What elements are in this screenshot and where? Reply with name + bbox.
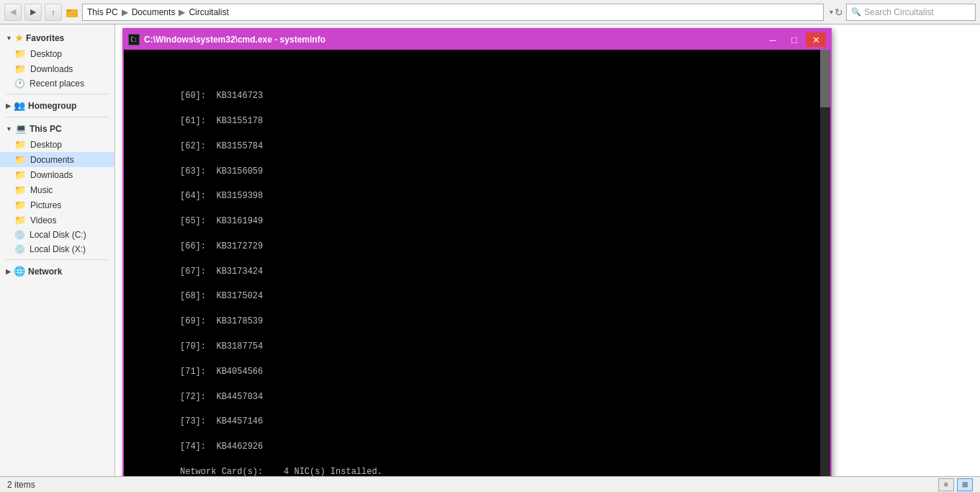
chevron-icon: ▶	[6, 268, 11, 275]
path-thispc[interactable]: This PC	[87, 7, 118, 17]
sidebar-thispc-header[interactable]: ▼ 💻 This PC	[0, 120, 114, 137]
sidebar: ▼ ★ Favorites 📁 Desktop 📁 Downloads 🕐 Re…	[0, 24, 115, 476]
sidebar-item-thispc-videos[interactable]: 📁 Videos	[0, 213, 114, 228]
sidebar-thispc-downloads-label: Downloads	[30, 170, 73, 180]
folder-icon: 📁	[14, 63, 26, 74]
sidebar-homegroup-header[interactable]: ▶ 👥 Homegroup	[0, 97, 114, 114]
up-button[interactable]: ↑	[45, 4, 62, 21]
sidebar-network-label: Network	[28, 267, 62, 277]
sidebar-recent-label: Recent places	[30, 79, 84, 89]
cmd-line-61: [61]: KB3155178	[180, 116, 263, 126]
cmd-output: [60]: KB3146723 [61]: KB3155178 [62]: KB…	[128, 78, 826, 476]
sidebar-item-localdiskc[interactable]: 💿 Local Disk (C:)	[0, 228, 114, 242]
cmd-app-icon: C:	[128, 34, 140, 45]
sidebar-item-localdiskx[interactable]: 💿 Local Disk (X:)	[0, 242, 114, 256]
cmd-line-62: [62]: KB3155784	[180, 141, 263, 151]
status-bar: 2 items ≡ ⊞	[0, 476, 980, 492]
folder-icon: 📁	[14, 169, 26, 180]
search-placeholder: Search Circuitalist	[864, 7, 934, 17]
cmd-line-65: [65]: KB3161949	[180, 216, 263, 226]
cmd-scrollbar-thumb[interactable]	[820, 50, 830, 107]
address-path[interactable]: This PC ▶ Documents ▶ Circuitalist	[82, 4, 824, 21]
sidebar-item-thispc-desktop[interactable]: 📁 Desktop	[0, 137, 114, 152]
cmd-line-63: [63]: KB3156059	[180, 166, 263, 176]
cmd-window[interactable]: C: C:\Windows\system32\cmd.exe - systemi…	[122, 28, 832, 476]
sidebar-localdiskc-label: Local Disk (C:)	[30, 230, 86, 240]
sidebar-item-thispc-pictures[interactable]: 📁 Pictures	[0, 197, 114, 213]
folder-icon	[65, 5, 79, 19]
search-box[interactable]: 🔍 Search Circuitalist	[846, 4, 976, 21]
sidebar-thispc-music-label: Music	[30, 185, 53, 195]
cmd-scrollbar[interactable]	[820, 50, 830, 476]
homegroup-icon: 👥	[14, 100, 25, 111]
cmd-maximize-button[interactable]: □	[784, 32, 804, 47]
sidebar-item-recent[interactable]: 🕐 Recent places	[0, 76, 114, 91]
cmd-minimize-button[interactable]: ─	[763, 32, 783, 47]
recent-icon: 🕐	[14, 79, 25, 89]
cmd-line-70: [70]: KB3187754	[180, 341, 263, 352]
sidebar-localdiskx-label: Local Disk (X:)	[30, 244, 86, 254]
address-bar: ◀ ▶ ↑ This PC ▶ Documents ▶ Circuitalist…	[0, 0, 980, 24]
status-items-count: 2 items	[7, 480, 35, 490]
sidebar-favorites-label: Favorites	[26, 33, 64, 43]
cmd-line-74: [74]: KB4462926	[180, 442, 263, 452]
folder-icon: 📁	[14, 200, 26, 210]
list-view-button[interactable]: ≡	[938, 478, 954, 491]
cmd-line-67: [67]: KB3173424	[180, 267, 263, 277]
sidebar-item-thispc-documents[interactable]: 📁 Documents	[0, 152, 114, 167]
refresh-button[interactable]: ↻	[835, 6, 843, 18]
sidebar-favorites-header[interactable]: ▼ ★ Favorites	[0, 30, 114, 46]
sidebar-thispc-videos-label: Videos	[30, 215, 56, 225]
content-area: C: C:\Windows\system32\cmd.exe - systemi…	[115, 24, 980, 476]
path-circuitalist[interactable]: Circuitalist	[189, 7, 228, 17]
forward-button[interactable]: ▶	[24, 4, 42, 21]
search-icon: 🔍	[851, 7, 861, 17]
folder-icon: 📁	[14, 139, 26, 150]
sidebar-item-downloads[interactable]: 📁 Downloads	[0, 61, 114, 76]
path-documents[interactable]: Documents	[132, 7, 176, 17]
folder-icon: 📁	[14, 154, 26, 165]
folder-icon: 📁	[14, 48, 26, 59]
star-icon: ★	[15, 33, 23, 43]
disk-icon: 💿	[14, 230, 25, 240]
folder-icon: 📁	[14, 215, 26, 225]
sidebar-divider1	[6, 94, 109, 94]
network-icon: 🌐	[14, 266, 25, 277]
sidebar-network-header[interactable]: ▶ 🌐 Network	[0, 263, 114, 279]
back-button[interactable]: ◀	[4, 4, 22, 21]
cmd-line-69: [69]: KB3178539	[180, 316, 263, 326]
cmd-close-button[interactable]: ✕	[806, 32, 826, 47]
grid-view-button[interactable]: ⊞	[957, 478, 973, 491]
chevron-icon: ▶	[6, 102, 11, 109]
cmd-line-60: [60]: KB3146723	[180, 91, 263, 101]
svg-rect-1	[66, 9, 71, 12]
cmd-line-72: [72]: KB4457034	[180, 392, 263, 402]
sidebar-homegroup-label: Homegroup	[28, 101, 76, 111]
cmd-line-71: [71]: KB4054566	[180, 367, 263, 377]
main-layout: ▼ ★ Favorites 📁 Desktop 📁 Downloads 🕐 Re…	[0, 24, 980, 476]
refresh-area: ▾ ↻	[830, 6, 843, 18]
sidebar-divider3	[6, 259, 109, 260]
sidebar-thispc-pictures-label: Pictures	[30, 200, 61, 210]
sidebar-thispc-documents-label: Documents	[30, 155, 74, 165]
chevron-icon: ▼	[6, 125, 12, 133]
sidebar-thispc-label: This PC	[30, 124, 62, 134]
status-view-controls: ≡ ⊞	[938, 478, 973, 491]
cmd-line-64: [64]: KB3159398	[180, 191, 263, 201]
sidebar-item-desktop[interactable]: 📁 Desktop	[0, 46, 114, 61]
cmd-body: [60]: KB3146723 [61]: KB3155178 [62]: KB…	[124, 50, 830, 476]
cmd-icon-label: C:	[130, 37, 138, 43]
folder-icon: 📁	[14, 184, 26, 195]
cmd-titlebar: C: C:\Windows\system32\cmd.exe - systemi…	[124, 30, 830, 50]
sidebar-downloads-label: Downloads	[30, 64, 73, 74]
cmd-line-66: [66]: KB3172729	[180, 241, 263, 251]
sidebar-divider2	[6, 117, 109, 117]
disk-icon: 💿	[14, 244, 25, 254]
cmd-line-68: [68]: KB3175024	[180, 291, 263, 301]
cmd-controls: ─ □ ✕	[763, 32, 826, 47]
sidebar-item-thispc-music[interactable]: 📁 Music	[0, 182, 114, 197]
cmd-title-left: C: C:\Windows\system32\cmd.exe - systemi…	[128, 34, 325, 45]
sidebar-item-thispc-downloads[interactable]: 📁 Downloads	[0, 167, 114, 182]
chevron-icon: ▼	[6, 35, 12, 42]
computer-icon: 💻	[15, 123, 27, 134]
